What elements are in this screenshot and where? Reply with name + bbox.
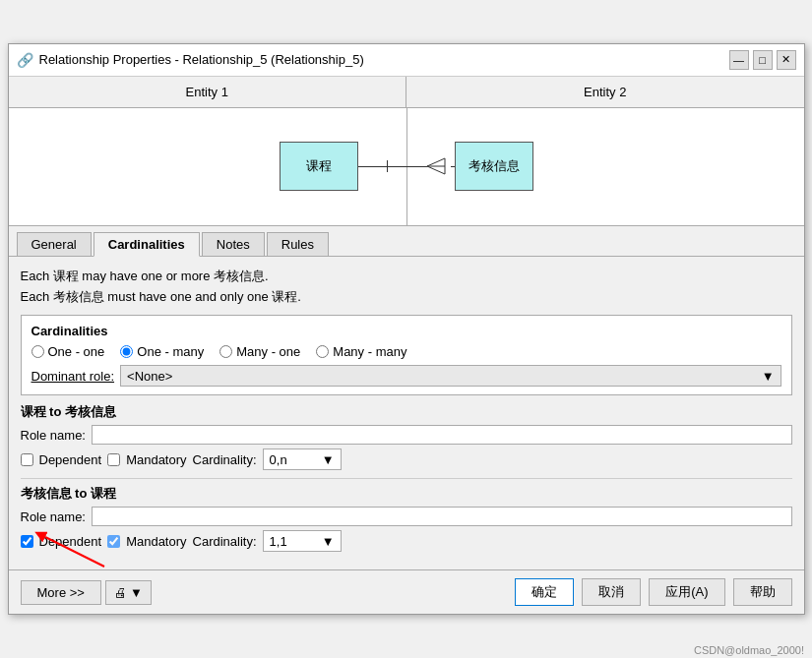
window-title: Relationship Properties - Relationship_5…: [39, 52, 364, 67]
tabs-row: General Cardinalities Notes Rules: [9, 226, 804, 257]
entity2-mandatory-label: Mandatory: [126, 534, 186, 549]
dominant-role-value: <None>: [127, 369, 172, 384]
radio-many-one[interactable]: Many - one: [219, 344, 300, 359]
connector-middle: [388, 166, 427, 167]
tab-general[interactable]: General: [17, 232, 92, 256]
entity2-cardinality-value: 1,1: [270, 534, 287, 549]
title-bar-left: 🔗 Relationship Properties - Relationship…: [17, 52, 364, 68]
entity2-check-row: Dependent Mandatory Cardinality: 1,1 ▼: [21, 530, 792, 552]
entity2-subsection-title: 考核信息 to 课程: [21, 485, 792, 503]
bottom-left: More >> 🖨 ▼: [21, 580, 152, 605]
radio-one-one-input[interactable]: [31, 345, 44, 358]
entity1-subsection-title: 课程 to 考核信息: [21, 403, 792, 421]
svg-line-0: [427, 158, 445, 166]
radio-many-many[interactable]: Many - many: [316, 344, 406, 359]
entity1-box: 课程: [280, 142, 358, 191]
entity1-check-row: Dependent Mandatory Cardinality: 0,n ▼: [21, 449, 792, 470]
close-button[interactable]: ✕: [777, 50, 796, 70]
print-icon: 🖨: [114, 585, 127, 600]
entity1-subsection: 课程 to 考核信息 Role name: Dependent Mandator…: [21, 403, 792, 470]
crowfoot-svg: [427, 156, 451, 176]
entity2-mandatory-check[interactable]: [107, 535, 120, 548]
entity1-dependent-label: Dependent: [39, 452, 102, 467]
radio-one-many-label: One - many: [137, 344, 204, 359]
entity1-mandatory-check[interactable]: [107, 453, 120, 466]
cancel-button[interactable]: 取消: [582, 578, 641, 606]
entity1-role-input[interactable]: [92, 425, 792, 445]
entity2-role-label: Role name:: [21, 509, 86, 524]
dominant-row: Dominant role: <None> ▼: [31, 365, 781, 387]
description-line1: Each 课程 may have one or more 考核信息.: [21, 267, 792, 287]
apply-button[interactable]: 应用(A): [649, 578, 724, 606]
crowfoot: [427, 156, 451, 176]
entity2-role-input[interactable]: [92, 507, 792, 526]
tab-notes[interactable]: Notes: [202, 232, 265, 256]
entity1-header: Entity 1: [9, 77, 407, 107]
dominant-role-dropdown[interactable]: <None> ▼: [120, 365, 781, 387]
radio-many-one-label: Many - one: [236, 344, 300, 359]
diagram-area: 课程: [9, 108, 804, 226]
radio-one-one[interactable]: One - one: [31, 344, 105, 359]
radio-one-one-label: One - one: [48, 344, 105, 359]
entity2-subsection: 考核信息 to 课程 Role name: Dependent Mandator…: [21, 485, 792, 552]
print-button[interactable]: 🖨 ▼: [105, 580, 152, 605]
title-controls: — □ ✕: [729, 50, 796, 70]
radio-one-many[interactable]: One - many: [120, 344, 204, 359]
help-button[interactable]: 帮助: [733, 578, 792, 606]
cardinalities-section: Cardinalities One - one One - many Many …: [21, 315, 792, 395]
entity2-role-row: Role name:: [21, 507, 792, 526]
entity2-cardinality-chevron: ▼: [322, 534, 335, 549]
cardinalities-title: Cardinalities: [31, 324, 781, 338]
entity1-cardinality-label: Cardinality:: [193, 452, 257, 467]
entity2-dependent-check[interactable]: [21, 535, 33, 548]
diagram-inner: 课程: [280, 142, 533, 191]
entity2-box: 考核信息: [455, 142, 533, 191]
dominant-role-label: Dominant role:: [31, 369, 115, 384]
print-arrow: ▼: [130, 585, 143, 600]
main-window: 🔗 Relationship Properties - Relationship…: [8, 43, 805, 616]
entity1-dependent-check[interactable]: [21, 453, 33, 466]
ok-button[interactable]: 确定: [515, 578, 574, 606]
title-bar: 🔗 Relationship Properties - Relationship…: [9, 44, 804, 77]
entity2-cardinality-dropdown[interactable]: 1,1 ▼: [263, 530, 342, 552]
tab-cardinalities[interactable]: Cardinalities: [94, 232, 200, 257]
bottom-right: 确定 取消 应用(A) 帮助: [515, 578, 791, 606]
entity1-role-label: Role name:: [21, 428, 86, 443]
entity1-cardinality-value: 0,n: [270, 452, 287, 467]
description-line2: Each 考核信息 must have one and only one 课程.: [21, 287, 792, 308]
more-button[interactable]: More >>: [21, 580, 101, 605]
radio-many-many-label: Many - many: [333, 344, 406, 359]
svg-line-2: [427, 166, 445, 174]
radio-many-one-input[interactable]: [219, 345, 232, 358]
section-divider: [21, 478, 792, 479]
description-text: Each 课程 may have one or more 考核信息. Each …: [21, 267, 792, 308]
entity2-dependent-label: Dependent: [39, 534, 102, 549]
dropdown-chevron: ▼: [762, 369, 775, 384]
entity2-cardinality-label: Cardinality:: [193, 534, 257, 549]
entity1-cardinality-dropdown[interactable]: 0,n ▼: [263, 449, 342, 470]
tab-rules[interactable]: Rules: [267, 232, 329, 256]
entity1-mandatory-label: Mandatory: [126, 452, 186, 467]
entity-header: Entity 1 Entity 2: [9, 77, 804, 108]
connector-left: [358, 166, 388, 167]
watermark: CSDN@oldmao_2000!: [694, 644, 804, 656]
cardinality-radio-row: One - one One - many Many - one Many - m…: [31, 344, 781, 359]
radio-many-many-input[interactable]: [316, 345, 329, 358]
entity1-cardinality-chevron: ▼: [322, 452, 335, 467]
radio-one-many-input[interactable]: [120, 345, 133, 358]
maximize-button[interactable]: □: [753, 50, 773, 70]
entity2-header: Entity 2: [406, 77, 804, 107]
bottom-bar: More >> 🖨 ▼ 确定 取消 应用(A) 帮助: [9, 569, 804, 614]
window-icon: 🔗: [17, 52, 33, 68]
content-area: Each 课程 may have one or more 考核信息. Each …: [9, 257, 804, 570]
entity1-role-row: Role name:: [21, 425, 792, 445]
minimize-button[interactable]: —: [729, 50, 749, 70]
